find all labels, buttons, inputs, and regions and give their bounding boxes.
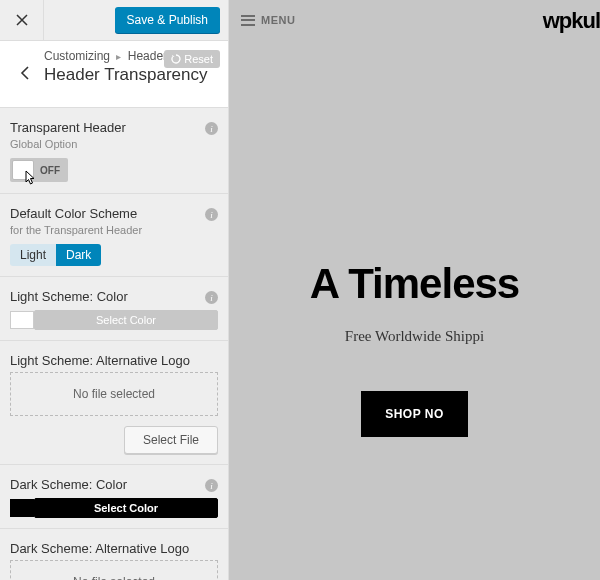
controls-list: Transparent Header i Global Option OFF D…: [0, 108, 228, 580]
close-button[interactable]: [0, 0, 44, 40]
hero: A Timeless Free Worldwide Shippi SHOP NO: [229, 260, 600, 437]
dark-select-color-button[interactable]: Select Color: [34, 498, 218, 518]
section-title: Light Scheme: Alternative Logo: [10, 353, 218, 368]
section-title: Dark Scheme: Alternative Logo: [10, 541, 218, 556]
toggle-label: OFF: [34, 165, 66, 176]
hero-title: A Timeless: [229, 260, 600, 308]
menu-label: MENU: [261, 14, 295, 26]
light-select-file-button[interactable]: Select File: [124, 426, 218, 454]
shop-now-button[interactable]: SHOP NO: [361, 391, 468, 437]
help-icon[interactable]: i: [205, 122, 218, 135]
breadcrumb-root: Customizing: [44, 49, 110, 63]
section-desc: Global Option: [10, 138, 218, 150]
reset-button[interactable]: Reset: [164, 50, 220, 68]
color-row: Select Color: [10, 310, 218, 330]
section-title: Transparent Header: [10, 120, 218, 135]
color-row: Select Color: [10, 498, 218, 518]
page-title: Header Transparency: [44, 65, 218, 85]
dark-logo-dropzone[interactable]: No file selected: [10, 560, 218, 580]
preview-pane: MENU wpkul A Timeless Free Worldwide Shi…: [229, 0, 600, 580]
section-transparent-header: Transparent Header i Global Option OFF: [0, 108, 228, 194]
save-publish-button[interactable]: Save & Publish: [115, 7, 220, 33]
help-icon[interactable]: i: [205, 208, 218, 221]
light-logo-dropzone[interactable]: No file selected: [10, 372, 218, 416]
section-dark-color: Dark Scheme: Color i Select Color: [0, 465, 228, 529]
section-title: Light Scheme: Color: [10, 289, 218, 304]
site-logo: wpkul: [543, 8, 600, 34]
help-icon[interactable]: i: [205, 291, 218, 304]
help-icon[interactable]: i: [205, 479, 218, 492]
toggle-knob: [12, 160, 34, 180]
light-color-swatch[interactable]: [10, 311, 34, 329]
scheme-dark-button[interactable]: Dark: [56, 244, 101, 266]
reset-icon: [171, 54, 181, 64]
reset-label: Reset: [184, 53, 213, 65]
breadcrumb: Customizing ▸ Header Header Transparency…: [0, 40, 228, 108]
caret-right-icon: ▸: [116, 51, 121, 62]
section-title: Default Color Scheme: [10, 206, 218, 221]
sidebar-topbar: Save & Publish: [0, 0, 228, 40]
section-dark-logo: Dark Scheme: Alternative Logo No file se…: [0, 529, 228, 580]
light-select-color-button[interactable]: Select Color: [34, 310, 218, 330]
customizer-sidebar: Save & Publish Customizing ▸ Header Head…: [0, 0, 229, 580]
transparent-header-toggle[interactable]: OFF: [10, 158, 68, 182]
section-light-color: Light Scheme: Color i Select Color: [0, 277, 228, 341]
dark-color-swatch[interactable]: [10, 499, 34, 517]
back-button[interactable]: [10, 49, 38, 97]
menu-button[interactable]: MENU: [241, 14, 295, 26]
section-desc: for the Transparent Header: [10, 224, 218, 236]
app-root: Save & Publish Customizing ▸ Header Head…: [0, 0, 600, 580]
breadcrumb-section: Header: [128, 49, 167, 63]
chevron-left-icon: [20, 66, 29, 80]
hamburger-icon: [241, 15, 255, 26]
preview-header: MENU wpkul: [229, 0, 600, 40]
close-icon: [16, 14, 28, 26]
topbar-spacer: [44, 0, 107, 40]
section-color-scheme: Default Color Scheme i for the Transpare…: [0, 194, 228, 277]
scheme-light-button[interactable]: Light: [10, 244, 56, 266]
hero-subtitle: Free Worldwide Shippi: [229, 328, 600, 345]
section-title: Dark Scheme: Color: [10, 477, 218, 492]
scheme-segmented: Light Dark: [10, 244, 101, 266]
section-light-logo: Light Scheme: Alternative Logo No file s…: [0, 341, 228, 465]
